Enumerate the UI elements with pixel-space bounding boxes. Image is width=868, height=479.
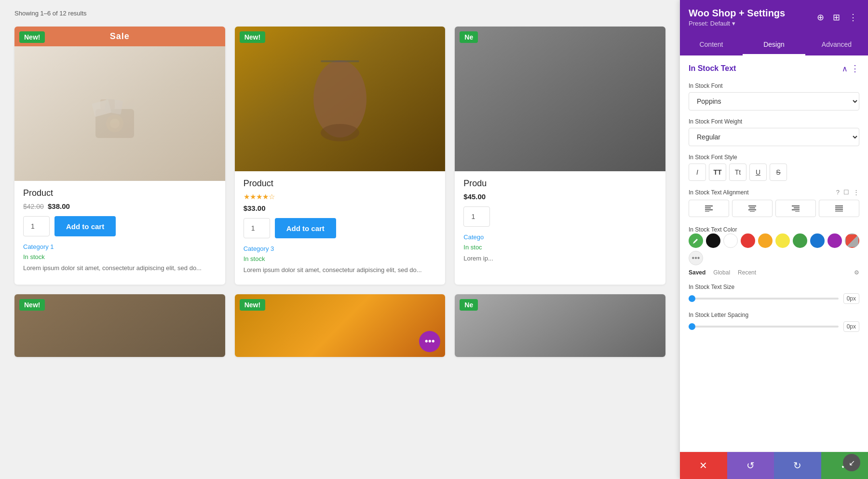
in-stock-font-weight-select[interactable]: Regular: [689, 128, 859, 146]
size-slider-row: 0px: [689, 293, 859, 304]
alignment-device-icons: ? ☐ ⋮: [836, 189, 859, 196]
style-italic[interactable]: I: [689, 164, 706, 181]
stars-2: ★★★★☆: [244, 192, 437, 201]
panel-preset[interactable]: Preset: Default ▾: [689, 20, 785, 27]
section-options-icon[interactable]: ⋮: [851, 63, 859, 74]
product-name-1: Product: [23, 188, 217, 198]
panel-more-icon[interactable]: ⋮: [847, 11, 859, 24]
product-img-placeholder-1: [14, 46, 225, 181]
in-stock-2: In stock: [244, 255, 437, 262]
in-stock-alignment-row: In Stock Text Alignment ? ☐ ⋮: [689, 189, 859, 217]
style-uppercase[interactable]: TT: [709, 164, 726, 181]
side-panel: Woo Shop + Settings Preset: Default ▾ ⊕ …: [680, 0, 868, 479]
product-img-placeholder-5: [235, 294, 446, 357]
add-to-cart-btn-2[interactable]: Add to cart: [275, 218, 336, 238]
qty-input-3[interactable]: [463, 206, 490, 227]
price-new-3: $45.00: [463, 192, 486, 201]
color-tab-saved[interactable]: Saved: [689, 269, 705, 276]
qty-input-2[interactable]: [244, 218, 270, 238]
align-left-btn[interactable]: [689, 200, 729, 217]
in-stock-3: In stoc: [463, 244, 657, 251]
panel-layout-icon[interactable]: ⊞: [831, 11, 842, 24]
sale-banner: Sale: [14, 27, 225, 46]
badge-new-1: New!: [19, 31, 45, 43]
product-price-2: $33.00: [244, 204, 437, 212]
product-category-2[interactable]: Category 3: [244, 245, 437, 252]
section-actions: ∧ ⋮: [842, 63, 859, 74]
product-price-3: $45.00: [463, 192, 657, 201]
size-slider-thumb[interactable]: [689, 295, 695, 302]
product-body-3: Produ $45.00 Catego In stoc Lorem ip...: [455, 171, 665, 273]
color-tab-recent[interactable]: Recent: [738, 269, 756, 276]
letter-spacing-slider-row: 0px: [689, 321, 859, 332]
price-new-2: $33.00: [244, 204, 266, 212]
panel-footer: ✕ ↺ ↻ ✓: [680, 452, 868, 479]
color-label: In Stock Text Color: [689, 226, 737, 233]
in-stock-section-header: In Stock Text ∧ ⋮: [689, 63, 859, 74]
align-justify-btn[interactable]: [819, 200, 859, 217]
section-collapse-icon[interactable]: ∧: [842, 64, 848, 73]
product-desc-2: Lorem ipsum dolor sit amet, consectetur …: [244, 265, 437, 275]
purple-dot-button[interactable]: •••: [419, 331, 440, 352]
color-yellow-swatch[interactable]: [775, 233, 790, 248]
font-style-buttons: I TT Tt U S: [689, 164, 859, 181]
panel-header-icons: ⊕ ⊞ ⋮: [815, 11, 859, 24]
product-desc-1: Lorem ipsum dolor sit amet, consectetur …: [23, 263, 217, 273]
badge-new-6: Ne: [460, 299, 478, 311]
color-green-swatch[interactable]: [793, 233, 807, 248]
color-red-swatch[interactable]: [741, 233, 755, 248]
color-orange-swatch[interactable]: [758, 233, 773, 248]
color-tabs: Saved Global Recent ⚙: [689, 269, 859, 276]
color-purple-swatch[interactable]: [827, 233, 842, 248]
tab-design[interactable]: Design: [743, 35, 805, 55]
price-new-1: $38.00: [48, 202, 70, 210]
color-more-swatch[interactable]: •••: [689, 251, 703, 265]
product-category-1[interactable]: Category 1: [23, 243, 217, 250]
product-card-1: Sale New! Product $4: [14, 27, 225, 285]
letter-spacing-slider-thumb[interactable]: [689, 323, 695, 330]
add-to-cart-btn-1[interactable]: Add to cart: [54, 216, 116, 236]
in-stock-font-select[interactable]: Poppins: [689, 92, 859, 110]
style-capitalize[interactable]: Tt: [729, 164, 746, 181]
product-body-2: Product ★★★★☆ $33.00 Add to cart Categor…: [235, 171, 446, 285]
three-dots-icon: •••: [425, 336, 435, 347]
product-image-1: Sale New!: [14, 27, 225, 181]
style-strikethrough[interactable]: S: [770, 164, 787, 181]
letter-spacing-slider-track[interactable]: [689, 326, 839, 328]
add-to-cart-row-1: Add to cart: [23, 216, 217, 236]
align-center-btn[interactable]: [732, 200, 773, 217]
tab-content[interactable]: Content: [680, 35, 743, 55]
tab-advanced[interactable]: Advanced: [805, 35, 868, 55]
badge-new-3: Ne: [460, 31, 478, 43]
redo-button[interactable]: ↻: [774, 452, 821, 479]
product-card-5: New! •••: [235, 294, 446, 357]
results-count: Showing 1–6 of 12 results: [14, 10, 665, 17]
panel-tabs: Content Design Advanced: [680, 35, 868, 55]
help-bubble[interactable]: ↙: [843, 454, 860, 471]
cancel-button[interactable]: ✕: [680, 452, 727, 479]
align-right-btn[interactable]: [775, 200, 816, 217]
panel-content: In Stock Text ∧ ⋮ In Stock Font Poppins …: [680, 55, 868, 452]
qty-input-1[interactable]: [23, 216, 50, 236]
color-white-swatch[interactable]: [723, 233, 738, 248]
in-stock-font-label: In Stock Font: [689, 82, 859, 89]
alignment-label: In Stock Text Alignment: [689, 189, 749, 196]
product-category-3[interactable]: Catego: [463, 233, 657, 241]
style-underline[interactable]: U: [749, 164, 767, 181]
undo-button[interactable]: ↺: [727, 452, 774, 479]
color-pen-swatch[interactable]: [689, 233, 703, 248]
svg-rect-7: [321, 60, 359, 62]
color-tab-global[interactable]: Global: [713, 269, 730, 276]
letter-spacing-label: In Stock Letter Spacing: [689, 312, 859, 318]
in-stock-font-weight-label: In Stock Font Weight: [689, 118, 859, 125]
help-icon[interactable]: ?: [836, 189, 840, 196]
color-settings-icon[interactable]: ⚙: [854, 269, 859, 276]
color-black-swatch[interactable]: [706, 233, 720, 248]
panel-target-icon[interactable]: ⊕: [815, 11, 826, 24]
color-gradient-swatch[interactable]: [845, 233, 859, 248]
more-options-icon[interactable]: ⋮: [853, 189, 859, 196]
product-img-placeholder-2: [235, 27, 446, 171]
size-slider-track[interactable]: [689, 298, 839, 300]
color-blue-swatch[interactable]: [810, 233, 825, 248]
mobile-icon[interactable]: ☐: [843, 189, 849, 196]
